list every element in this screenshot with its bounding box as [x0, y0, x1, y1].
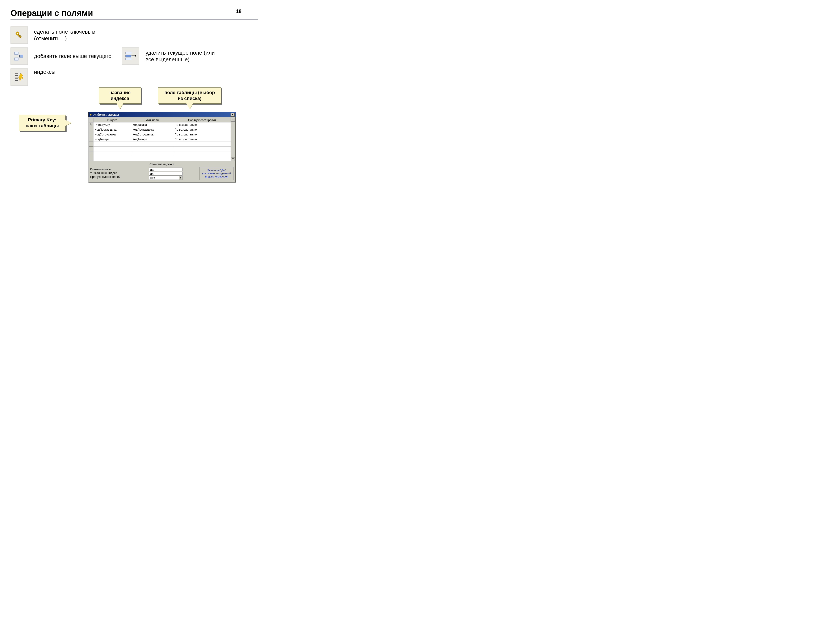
- callout-table-field: поле таблицы (выбор из списка): [158, 87, 221, 104]
- svg-rect-11: [126, 58, 131, 60]
- grid-corner: [89, 118, 93, 122]
- svg-rect-6: [14, 58, 18, 60]
- prop-label: Уникальный индекс: [90, 171, 147, 175]
- indexes-window: Индексы: Заказы ✕ Индекс Имя поля Порядо…: [88, 112, 235, 183]
- svg-marker-13: [135, 55, 136, 57]
- cell-field[interactable]: КодПоставщика: [131, 127, 173, 132]
- cell-field[interactable]: [131, 142, 173, 147]
- cell-sort[interactable]: По возрастанию: [173, 132, 231, 137]
- bolt-icon: [89, 113, 92, 116]
- svg-rect-5: [14, 52, 18, 54]
- cell-field[interactable]: [131, 152, 173, 156]
- svg-point-1: [17, 33, 18, 34]
- callout-primary-key-text: Primary Key: ключ таблицы: [25, 117, 59, 128]
- cell-field[interactable]: КодЗаказа: [131, 122, 173, 127]
- scroll-up-button[interactable]: ▲: [231, 118, 235, 122]
- prop-label: Ключевое поле: [90, 167, 147, 171]
- cell-index[interactable]: [93, 152, 131, 156]
- cell-sort[interactable]: По возрастанию: [173, 122, 231, 127]
- svg-rect-9: [126, 52, 131, 54]
- primary-key-icon[interactable]: [11, 27, 28, 44]
- callout-primary-key: Primary Key: ключ таблицы: [19, 115, 66, 131]
- cell-field[interactable]: КодТовара: [131, 137, 173, 142]
- cell-sort[interactable]: [173, 147, 231, 152]
- row-selector[interactable]: [89, 127, 93, 132]
- svg-marker-19: [18, 73, 23, 81]
- cell-sort[interactable]: По возрастанию: [173, 127, 231, 132]
- op-key-label: сделать поле ключевым (отменить…): [34, 28, 118, 42]
- cell-field[interactable]: [131, 156, 173, 161]
- cell-index[interactable]: КодСотрудника: [93, 132, 131, 137]
- title-divider: [11, 19, 258, 20]
- row-selector[interactable]: [89, 142, 93, 147]
- svg-marker-20: [90, 114, 92, 116]
- col-field[interactable]: Имя поля: [131, 118, 173, 122]
- delete-row-icon[interactable]: [122, 47, 139, 65]
- row-selector[interactable]: [89, 122, 93, 127]
- cell-index[interactable]: PrimaryKey: [93, 122, 131, 127]
- svg-rect-10: [126, 55, 131, 57]
- cell-index[interactable]: [93, 156, 131, 161]
- row-selector[interactable]: [89, 137, 93, 142]
- callout-index-name: название индекса: [99, 87, 141, 104]
- page-number: 18: [236, 8, 242, 14]
- callout-index-name-text: название индекса: [109, 90, 130, 101]
- cell-index[interactable]: КодПоставщика: [93, 127, 131, 132]
- window-close-button[interactable]: ✕: [231, 113, 235, 117]
- grid-scrollbar[interactable]: ▲ ▼: [231, 118, 235, 161]
- op-delete-label: удалить текущее поле (или все выделенные…: [145, 49, 221, 63]
- col-sort[interactable]: Порядок сортировки: [173, 118, 231, 122]
- cell-index[interactable]: [93, 147, 131, 152]
- row-selector[interactable]: [89, 156, 93, 161]
- callout-table-field-text: поле таблицы (выбор из списка): [164, 90, 215, 101]
- cell-sort[interactable]: [173, 156, 231, 161]
- help-text: Значение "Да" указывает, что данный инде…: [199, 167, 234, 180]
- prop-combo[interactable]: Нет▼: [149, 176, 183, 180]
- indexes-grid[interactable]: Индекс Имя поля Порядок сортировки Prima…: [89, 118, 231, 161]
- index-properties-heading: Свойства индекса: [88, 162, 235, 167]
- window-titlebar[interactable]: Индексы: Заказы ✕: [88, 112, 235, 117]
- col-index[interactable]: Индекс: [93, 118, 131, 122]
- indexes-icon[interactable]: [11, 68, 28, 86]
- row-selector[interactable]: [89, 147, 93, 152]
- prop-label: Пропуск пустых полей: [90, 175, 147, 178]
- prop-input[interactable]: Да: [149, 167, 183, 171]
- op-indexes-label: индексы: [34, 68, 55, 76]
- cell-field[interactable]: КодСотрудника: [131, 132, 173, 137]
- page-title: Операции с полями: [11, 8, 93, 18]
- insert-row-icon[interactable]: +: [11, 47, 28, 65]
- scroll-down-button[interactable]: ▼: [231, 157, 235, 161]
- cell-sort[interactable]: [173, 142, 231, 147]
- row-selector[interactable]: [89, 152, 93, 156]
- svg-text:+: +: [18, 53, 21, 59]
- cell-sort[interactable]: По возрастанию: [173, 137, 231, 142]
- cell-sort[interactable]: [173, 152, 231, 156]
- svg-rect-22: [90, 124, 92, 126]
- cell-field[interactable]: [131, 147, 173, 152]
- prop-input[interactable]: Да: [149, 172, 183, 175]
- window-title: Индексы: Заказы: [93, 113, 229, 116]
- op-add-label: добавить поле выше текущего: [34, 53, 112, 60]
- cell-index[interactable]: КодТовара: [93, 137, 131, 142]
- chevron-down-icon[interactable]: ▼: [179, 176, 182, 180]
- cell-index[interactable]: [93, 142, 131, 147]
- row-selector[interactable]: [89, 132, 93, 137]
